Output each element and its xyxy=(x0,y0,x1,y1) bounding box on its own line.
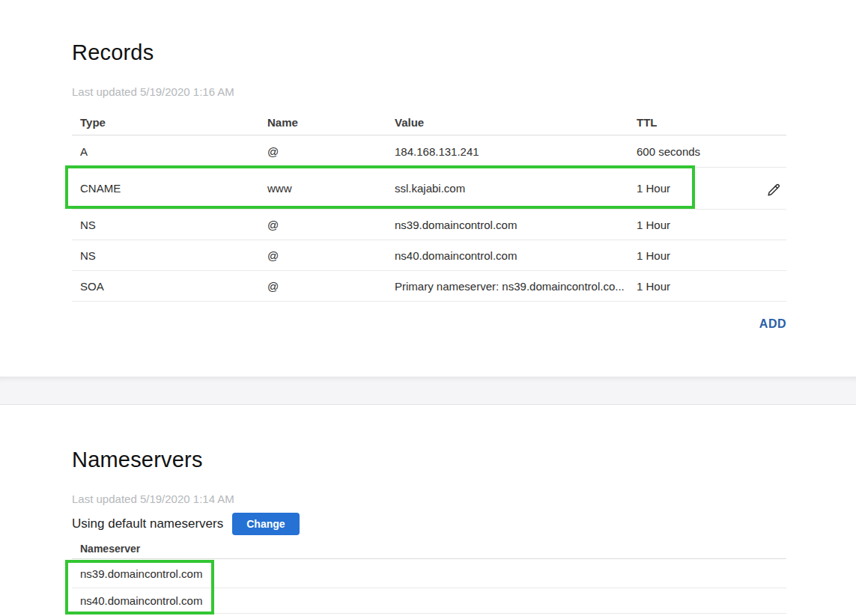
record-ttl: 1 Hour xyxy=(637,249,786,262)
record-row-soa[interactable]: SOA @ Primary nameserver: ns39.domaincon… xyxy=(72,271,786,302)
record-ttl: 600 seconds xyxy=(637,145,786,158)
change-nameservers-button[interactable]: Change xyxy=(232,513,299,535)
nameserver-status-text: Using default nameservers xyxy=(72,516,223,531)
record-name: @ xyxy=(267,219,395,231)
record-type: SOA xyxy=(72,280,267,293)
nameserver-row: ns40.domaincontrol.com xyxy=(72,588,786,614)
column-header-type: Type xyxy=(72,116,267,129)
records-last-updated: Last updated 5/19/2020 1:16 AM xyxy=(72,85,234,98)
column-header-nameserver: Nameserver xyxy=(72,539,786,559)
record-row-ns40[interactable]: NS @ ns40.domaincontrol.com 1 Hour xyxy=(72,240,786,271)
record-value: 184.168.131.241 xyxy=(395,145,637,158)
record-type: NS xyxy=(72,219,267,231)
record-type: CNAME xyxy=(72,182,267,195)
record-name: @ xyxy=(267,145,395,158)
record-value: Primary nameserver: ns39.domaincontrol.c… xyxy=(395,280,637,293)
add-record-row: ADD xyxy=(72,317,786,331)
nameservers-title: Nameservers xyxy=(72,448,203,472)
nameserver-status-row: Using default nameservers Change xyxy=(72,512,300,536)
records-table: Type Name Value TTL A @ 184.168.131.241 … xyxy=(72,109,786,302)
nameserver-row: ns39.domaincontrol.com xyxy=(72,559,786,588)
edit-record-button[interactable] xyxy=(764,180,783,200)
record-value: ns40.domaincontrol.com xyxy=(395,249,637,262)
record-value: ssl.kajabi.com xyxy=(395,182,637,195)
dns-management-page: Records Last updated 5/19/2020 1:16 AM T… xyxy=(0,0,856,616)
add-record-button[interactable]: ADD xyxy=(759,317,786,331)
record-name: www xyxy=(267,182,395,195)
record-ttl: 1 Hour xyxy=(637,280,786,293)
records-title: Records xyxy=(72,40,154,65)
record-row-ns39[interactable]: NS @ ns39.domaincontrol.com 1 Hour xyxy=(72,210,786,240)
nameservers-last-updated: Last updated 5/19/2020 1:14 AM xyxy=(72,493,234,505)
record-name: @ xyxy=(267,280,395,293)
records-table-header: Type Name Value TTL xyxy=(72,109,786,135)
section-divider-band xyxy=(0,376,856,405)
column-header-value: Value xyxy=(395,116,637,129)
nameservers-table: Nameserver ns39.domaincontrol.com ns40.d… xyxy=(72,539,786,614)
column-header-name: Name xyxy=(267,116,395,129)
record-ttl: 1 Hour xyxy=(637,219,786,231)
record-row-cname[interactable]: CNAME www ssl.kajabi.com 1 Hour xyxy=(72,168,786,210)
record-type: NS xyxy=(72,249,267,262)
record-type: A xyxy=(72,145,267,158)
pencil-icon xyxy=(765,182,782,198)
column-header-ttl: TTL xyxy=(637,116,786,129)
record-name: @ xyxy=(267,249,395,262)
record-value: ns39.domaincontrol.com xyxy=(395,219,637,231)
record-row-a[interactable]: A @ 184.168.131.241 600 seconds xyxy=(72,135,786,168)
